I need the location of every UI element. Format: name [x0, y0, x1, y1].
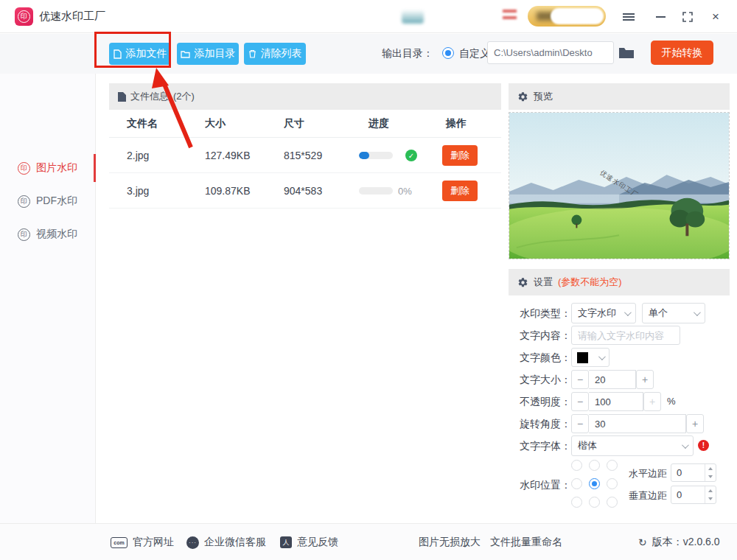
position-radio-bottom-left[interactable] [571, 497, 582, 508]
sidebar-item-video-watermark[interactable]: 印 视频水印 [0, 220, 96, 249]
position-radio-middle-right[interactable] [607, 478, 618, 489]
redacted-vip-badge [528, 6, 606, 27]
h-margin-spinner[interactable]: 0 [671, 463, 716, 482]
file-name: 2.jpg [127, 150, 149, 161]
table-header: 文件名 大小 尺寸 进度 操作 [109, 110, 501, 138]
text-color-select[interactable] [571, 348, 609, 367]
watermark-type-label: 水印类型： [520, 307, 571, 321]
position-radio-top-right[interactable] [607, 460, 618, 471]
position-radio-middle-left[interactable] [571, 478, 582, 489]
batch-rename-link[interactable]: 文件批量重命名 [490, 524, 562, 560]
position-radio-top-center[interactable] [589, 460, 600, 471]
text-content-input[interactable] [571, 326, 680, 345]
position-radio-bottom-right[interactable] [607, 497, 618, 508]
position-label: 水印位置： [520, 479, 571, 492]
chevron-down-icon [682, 441, 689, 449]
text-color-label: 文字颜色： [520, 351, 571, 365]
minimize-button[interactable] [652, 8, 669, 26]
sidebar-item-pdf-watermark[interactable]: 印 PDF水印 [0, 186, 96, 216]
chevron-down-icon [624, 309, 632, 316]
app-window: 印 优速水印工厂 × 添加文件 添加目录 清除列表 输出目录： 自定义 开 [0, 0, 737, 560]
size-plus-button[interactable]: + [636, 370, 654, 389]
wechat-support-link[interactable]: ··· 企业微信客服 [186, 524, 266, 560]
image-upscale-link[interactable]: 图片无损放大 [419, 524, 481, 560]
official-site-link[interactable]: com 官方网址 [111, 524, 174, 560]
file-dimensions: 815*529 [284, 150, 322, 161]
spinner-down-icon[interactable] [708, 497, 713, 500]
rotate-minus-button[interactable]: − [571, 414, 589, 433]
settings-header: 设置 (参数不能为空) [509, 269, 730, 295]
title-bar: 印 优速水印工厂 × [0, 0, 737, 33]
rotate-plus-button[interactable]: + [686, 414, 704, 433]
delete-button[interactable]: 删除 [442, 145, 478, 166]
watermark-type-select[interactable]: 文字水印 [571, 303, 636, 323]
opacity-plus-button[interactable]: + [643, 392, 661, 411]
file-count: (2个) [173, 90, 195, 103]
chat-icon: ··· [186, 536, 199, 549]
right-panel: 预览 [509, 83, 730, 110]
start-convert-button[interactable]: 开始转换 [651, 41, 713, 65]
file-dimensions: 904*583 [284, 185, 322, 197]
rotate-label: 旋转角度： [520, 418, 571, 431]
col-filename: 文件名 [127, 117, 158, 130]
spinner-up-icon[interactable] [708, 467, 713, 470]
sidebar-item-label: 图片水印 [36, 161, 77, 175]
position-radio-bottom-center[interactable] [589, 497, 600, 508]
rotate-input[interactable] [589, 414, 686, 433]
footer: com 官方网址 ··· 企业微信客服 人 意见反馈 图片无损放大 文件批量重命… [0, 523, 737, 560]
trash-icon [248, 49, 256, 58]
document-icon [118, 92, 126, 102]
position-radio-top-left[interactable] [571, 460, 582, 471]
browse-folder-icon[interactable] [618, 45, 635, 60]
position-radio-center[interactable] [589, 478, 600, 489]
maximize-button[interactable] [679, 8, 696, 26]
maximize-icon [682, 12, 693, 22]
redacted-icon [402, 10, 424, 24]
stamp-icon: 印 [18, 228, 30, 241]
preview-image: 优速水印工厂 [509, 112, 730, 259]
watermark-mode-select[interactable]: 单个 [642, 303, 705, 323]
opacity-label: 不透明度： [520, 396, 571, 409]
gear-icon [517, 91, 528, 102]
col-actions: 操作 [446, 117, 467, 130]
output-path-input[interactable] [487, 41, 614, 64]
com-icon: com [111, 537, 128, 548]
spinner-down-icon[interactable] [708, 475, 713, 478]
close-button[interactable]: × [707, 8, 724, 26]
menu-icon[interactable] [620, 8, 638, 26]
file-size: 109.87KB [205, 185, 251, 197]
stamp-icon: 印 [18, 162, 30, 175]
v-margin-label: 垂直边距 [629, 489, 667, 503]
v-margin-spinner[interactable]: 0 [671, 486, 716, 504]
opacity-input[interactable] [589, 392, 643, 411]
delete-button[interactable]: 删除 [442, 181, 478, 201]
add-folder-button[interactable]: 添加目录 [177, 43, 239, 65]
file-name: 3.jpg [127, 185, 149, 197]
h-margin-label: 水平边距 [629, 467, 667, 480]
sidebar-item-label: 视频水印 [36, 228, 77, 241]
text-content-label: 文字内容： [520, 329, 571, 343]
text-font-select[interactable]: 楷体 [571, 435, 694, 456]
version-info: ↻ 版本：v2.0.6.0 [638, 524, 720, 560]
spinner-up-icon[interactable] [708, 489, 713, 492]
redacted-icon [503, 10, 517, 22]
size-input[interactable] [589, 370, 636, 389]
clear-list-button[interactable]: 清除列表 [244, 43, 306, 65]
size-minus-button[interactable]: − [571, 370, 589, 389]
text-size-label: 文字大小： [520, 374, 571, 387]
col-progress: 进度 [368, 117, 389, 130]
sidebar-item-image-watermark[interactable]: 印 图片水印 [0, 153, 96, 183]
progress-bar [359, 152, 393, 159]
col-size: 大小 [205, 117, 226, 130]
custom-radio[interactable] [442, 47, 454, 59]
error-badge-icon: ! [698, 440, 709, 451]
opacity-minus-button[interactable]: − [571, 392, 589, 411]
output-dir-label: 输出目录： [382, 47, 433, 60]
progress-bar [359, 187, 393, 195]
refresh-icon[interactable]: ↻ [638, 536, 647, 548]
custom-radio-label: 自定义 [459, 47, 490, 60]
progress-percent: 0% [398, 185, 412, 196]
feedback-link[interactable]: 人 意见反馈 [280, 524, 338, 560]
chevron-down-icon [694, 309, 701, 316]
add-file-button[interactable]: 添加文件 [109, 43, 171, 65]
